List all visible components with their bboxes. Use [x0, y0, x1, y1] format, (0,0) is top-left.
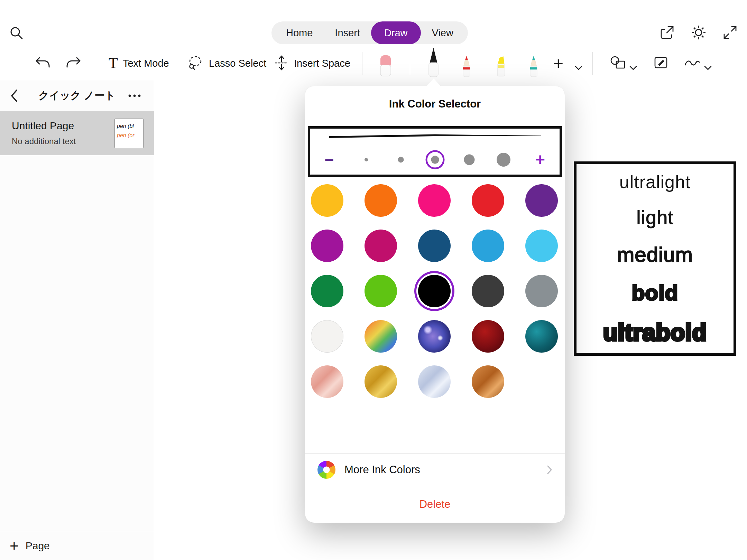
plus-icon: + [553, 55, 563, 72]
ink-sample-ultrabold: ultrabold [603, 320, 707, 345]
share-button[interactable] [659, 25, 675, 41]
more-ink-colors-button[interactable]: More Ink Colors [305, 453, 565, 486]
fullscreen-button[interactable] [722, 25, 738, 41]
lasso-icon [187, 55, 204, 72]
stroke-preview [328, 133, 542, 141]
swatch-silver[interactable] [418, 365, 451, 398]
stroke-size-dot-1[interactable] [365, 158, 368, 161]
back-button[interactable] [9, 88, 19, 103]
freehand-ink-chevron[interactable] [704, 59, 712, 78]
swatch-orange[interactable] [365, 184, 397, 217]
swatch-rose-gold[interactable] [311, 365, 343, 398]
shapes-chevron[interactable] [629, 59, 637, 78]
stroke-size-dot-2[interactable] [398, 157, 404, 163]
pencil-teal-tool[interactable] [528, 55, 539, 77]
swatch-yellow[interactable] [311, 184, 343, 217]
swatch-red[interactable] [472, 184, 504, 217]
add-page-label: Page [26, 540, 50, 552]
ribbon-tabs: Home Insert Draw View [271, 21, 468, 44]
swatch-purple[interactable] [525, 184, 558, 217]
pen-black-tool[interactable] [426, 48, 441, 77]
sidebar-header: クイック ノート [0, 80, 154, 111]
color-swatch-grid [311, 184, 559, 398]
fullscreen-icon [722, 25, 738, 41]
redo-button[interactable] [66, 54, 82, 73]
topbar-right-actions [659, 24, 738, 42]
page-title: Untitled Page [12, 120, 74, 132]
stroke-size-options: −+ [310, 146, 560, 174]
more-ink-colors-label: More Ink Colors [344, 464, 420, 476]
popup-title: Ink Color Selector [305, 98, 565, 110]
swatch-light-green[interactable] [365, 275, 397, 307]
ink-color-selector-popup: Ink Color Selector −+ More Ink Colors De… [305, 86, 565, 523]
topbar: Home Insert Draw View [0, 0, 747, 48]
stroke-size-dot-4[interactable] [464, 155, 475, 165]
delete-pen-button[interactable]: Delete [305, 486, 565, 523]
onenote-app: Home Insert Draw View [0, 0, 747, 560]
settings-button[interactable] [690, 24, 707, 42]
chevron-left-icon [9, 99, 19, 104]
pencil-red-tool[interactable] [461, 55, 472, 77]
page-thumbnail: pen (bl pen (or [114, 119, 144, 148]
shapes-button[interactable] [609, 54, 627, 73]
swatch-dark-red[interactable] [472, 320, 504, 353]
swatch-black[interactable] [418, 275, 451, 307]
eraser-tool[interactable] [378, 55, 393, 77]
insert-space-icon [274, 55, 289, 72]
redo-icon [66, 56, 82, 71]
swatch-teal-texture[interactable] [525, 320, 558, 353]
swatch-light-blue[interactable] [525, 230, 558, 262]
undo-button[interactable] [35, 54, 50, 73]
swatch-magenta[interactable] [365, 230, 397, 262]
text-mode-button[interactable]: T Text Mode [109, 54, 169, 73]
text-mode-icon: T [109, 56, 118, 71]
stroke-size-dot-3[interactable] [431, 156, 439, 164]
add-page-button[interactable]: + Page [0, 531, 154, 560]
tab-home[interactable]: Home [275, 21, 324, 44]
sidebar-more-button[interactable] [128, 94, 141, 97]
text-mode-label: Text Mode [123, 58, 169, 69]
swatch-gold[interactable] [365, 365, 397, 398]
search-button[interactable] [8, 25, 24, 42]
swatch-bronze[interactable] [472, 365, 504, 398]
add-pen-button[interactable]: + [553, 54, 563, 73]
swatch-blue[interactable] [472, 230, 504, 262]
lasso-select-button[interactable]: Lasso Select [187, 54, 266, 73]
ink-sample-light: light [636, 207, 674, 228]
toolbar-divider [362, 52, 362, 75]
swatch-rainbow-glitter[interactable] [365, 320, 397, 353]
undo-icon [35, 56, 50, 71]
increase-size-button[interactable]: + [535, 151, 545, 168]
stroke-size-selector: −+ [308, 126, 562, 177]
settings-gear-icon [690, 24, 707, 42]
share-icon [659, 25, 675, 41]
ink-weight-samples-box: ultralightlightmediumboldultrabold [574, 161, 736, 356]
swatch-dark-blue[interactable] [418, 230, 451, 262]
decrease-size-button[interactable]: − [325, 152, 334, 168]
tab-insert[interactable]: Insert [324, 21, 371, 44]
highlighter-yellow-tool[interactable] [496, 55, 507, 77]
swatch-gray[interactable] [525, 275, 558, 307]
stroke-size-dot-5[interactable] [497, 153, 510, 167]
insert-space-button[interactable]: Insert Space [274, 54, 350, 73]
lasso-select-label: Lasso Select [209, 58, 266, 69]
swatch-galaxy[interactable] [418, 320, 451, 353]
swatch-dark-gray[interactable] [472, 275, 504, 307]
thumbnail-text-line: pen (or [117, 131, 141, 140]
add-pen-chevron[interactable] [575, 59, 582, 78]
shapes-icon [609, 55, 627, 72]
ink-annotation-button[interactable] [653, 54, 669, 73]
freehand-ink-button[interactable] [683, 54, 701, 73]
page-subtitle: No additional text [12, 137, 76, 146]
chevron-down-icon [704, 66, 712, 71]
page-list-item-selected[interactable]: Untitled Page No additional text pen (bl… [0, 111, 154, 155]
swatch-pink[interactable] [418, 184, 451, 217]
tab-draw[interactable]: Draw [371, 21, 421, 44]
swatch-green[interactable] [311, 275, 343, 307]
swatch-white[interactable] [311, 320, 343, 353]
tab-view[interactable]: View [421, 21, 464, 44]
swatch-violet[interactable] [311, 230, 343, 262]
chevron-right-icon [547, 465, 552, 475]
draw-toolbar: T Text Mode Lasso Select Insert Space [0, 48, 747, 80]
selected-size-ring[interactable] [426, 150, 445, 169]
